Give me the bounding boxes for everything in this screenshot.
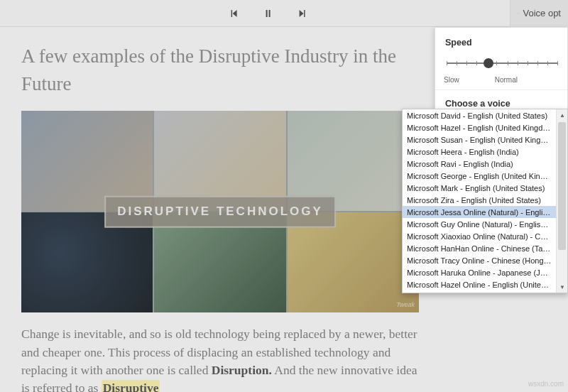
slider-tick — [537, 61, 538, 65]
slider-tick — [508, 61, 508, 65]
hero-image: DISRUPTIVE TECHNOLOGY Tweak — [21, 111, 419, 312]
playback-toolbar: Voice opt — [0, 0, 568, 27]
article-heading: A few examples of the Disruptive Industr… — [21, 43, 419, 98]
scroll-up-arrow[interactable]: ▲ — [557, 109, 568, 121]
article-paragraph: Change is inevitable, and so is old tech… — [21, 325, 419, 392]
slider-tick — [528, 61, 528, 65]
voice-option[interactable]: Microsoft Xiaoxiao Online (Natural) - Ch… — [403, 230, 556, 242]
voice-option[interactable]: Microsoft Heera - English (India) — [403, 146, 556, 158]
slider-tick — [447, 61, 447, 65]
person-voice-icon — [518, 9, 519, 18]
panel-divider — [435, 89, 567, 90]
scroll-thumb[interactable] — [558, 122, 566, 250]
voice-list-scrollbar[interactable]: ▲ ▼ — [556, 109, 567, 293]
voice-option[interactable]: Microsoft Zira - English (United States) — [403, 194, 556, 206]
slider-tick — [547, 61, 548, 65]
voice-option[interactable]: Microsoft Guy Online (Natural) - English… — [403, 218, 556, 230]
voice-option[interactable]: Microsoft Ravi - English (India) — [403, 158, 556, 170]
voice-option[interactable]: Microsoft Susan - English (United Kingdo… — [403, 134, 556, 146]
skip-next-icon — [298, 9, 307, 18]
play-controls-group — [229, 8, 308, 19]
slider-track — [447, 62, 557, 64]
speed-slider[interactable] — [445, 56, 559, 76]
voice-option[interactable]: Microsoft Francisca Online (Natural) - P… — [403, 290, 556, 293]
slider-tick — [476, 61, 477, 65]
skip-next-button[interactable] — [297, 8, 308, 19]
paragraph-bold: Disruption. — [212, 363, 272, 377]
voice-option[interactable]: Microsoft Mark - English (United States) — [403, 182, 556, 194]
voice-options-button[interactable]: Voice opt — [510, 0, 568, 27]
pause-icon — [264, 9, 273, 18]
voice-option[interactable]: Microsoft HanHan Online - Chinese (Taiwa… — [403, 242, 556, 254]
voice-option[interactable]: Microsoft Tracy Online - Chinese (Hong K… — [403, 254, 556, 266]
voice-option[interactable]: Microsoft George - English (United Kingd… — [403, 170, 556, 182]
slider-mid-label: Normal — [495, 76, 518, 84]
hero-banner-text: DISRUPTIVE TECHNOLOGY — [104, 196, 336, 228]
slider-tick — [496, 61, 497, 65]
scroll-down-arrow[interactable]: ▼ — [557, 281, 568, 293]
voice-option[interactable]: Microsoft Jessa Online (Natural) - Engli… — [403, 206, 556, 218]
slider-thumb[interactable] — [484, 58, 493, 68]
skip-previous-icon — [230, 9, 239, 18]
speed-label: Speed — [445, 38, 559, 48]
hero-watermark: Tweak — [396, 300, 415, 310]
current-word-highlight: Disruptive — [102, 380, 160, 392]
page-watermark: wsxdn.com — [528, 380, 564, 388]
voice-options-label: Voice opt — [523, 8, 562, 18]
voice-option[interactable]: Microsoft David - English (United States… — [403, 109, 556, 121]
voice-option[interactable]: Microsoft Haruka Online - Japanese (Japa… — [403, 266, 556, 278]
skip-previous-button[interactable] — [229, 8, 240, 19]
voice-dropdown-list[interactable]: Microsoft David - English (United States… — [402, 109, 568, 293]
slider-tick — [518, 61, 518, 65]
voice-option[interactable]: Microsoft Hazel Online - English (United… — [403, 278, 556, 290]
slider-labels: Slow Normal — [445, 76, 559, 84]
slider-tick — [557, 61, 558, 65]
pause-button[interactable] — [263, 8, 274, 19]
slider-tick — [457, 61, 457, 65]
choose-voice-label: Choose a voice — [445, 99, 559, 109]
slider-min-label: Slow — [444, 76, 459, 84]
slider-tick — [466, 61, 467, 65]
voice-option[interactable]: Microsoft Hazel - English (United Kingdo… — [403, 121, 556, 134]
